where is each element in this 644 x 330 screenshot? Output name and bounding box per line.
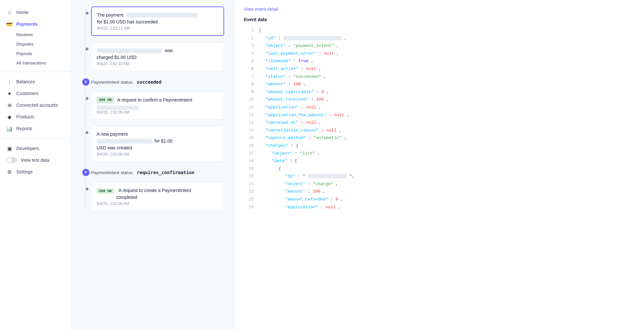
settings-icon: ⚙ (7, 169, 12, 175)
sidebar-item-disputes[interactable]: Disputes (0, 39, 71, 49)
event-title-1: The payment for $1.00 USD has succeeded (97, 12, 218, 25)
timeline-line (85, 10, 85, 208)
json-line-10: 10 "amount_received" : 100 , (244, 96, 634, 103)
redacted-url-1 (97, 106, 139, 110)
divider-1 (0, 72, 71, 72)
event-card-3[interactable]: 200 OK A request to confirm a PaymentInt… (91, 92, 224, 119)
payments-icon: 💳 (7, 21, 12, 27)
event-title-2: was charged $1.00 USD (97, 47, 219, 61)
timeline-entry-1: The payment for $1.00 USD has succeeded … (91, 7, 224, 36)
timeline-dot-4 (85, 131, 89, 135)
divider-2 (0, 138, 71, 139)
sidebar-reports-label: Reports (16, 126, 32, 131)
redacted-block-3 (97, 139, 152, 144)
sidebar-item-all-transactions[interactable]: All transactions (0, 58, 71, 68)
reports-icon: 📊 (7, 126, 12, 131)
json-line-1: 1 { (244, 27, 634, 34)
sidebar-item-reports[interactable]: 📊 Reports (0, 123, 71, 134)
json-line-24: 24 "application" : null , (244, 203, 634, 211)
home-icon: ⌂ (7, 9, 12, 15)
sidebar-item-balances[interactable]: ↓ Balances (0, 76, 71, 88)
json-line-18: 18 "data" : [ (244, 157, 634, 165)
json-line-20: 20 "id" : " ", (244, 172, 634, 180)
json-line-2: 2 "id" : , (244, 34, 634, 42)
event-card-4[interactable]: A new payment for $1.00 USD was created … (91, 126, 224, 161)
connected-accounts-icon: ⊕ (7, 102, 12, 108)
json-line-12: 12 "application_fee_amount" : null , (244, 111, 634, 119)
sidebar-view-test-label: View test data (21, 158, 49, 163)
event-time-2: 9/4/20, 2:52:10 AM (97, 62, 219, 66)
event-time-4: 9/4/20, 2:52:06 AM (97, 152, 219, 157)
json-line-19: 19 { (244, 165, 634, 173)
sidebar-item-home[interactable]: ⌂ Home (0, 7, 71, 18)
customers-icon: ● (7, 90, 12, 96)
redacted-id-2 (308, 174, 347, 178)
status-icon-2: P (82, 169, 89, 176)
json-line-5: 5 "livemode" : true , (244, 57, 634, 65)
json-viewer: 1 { 2 "id" : , 3 "object" : "payment_int… (244, 27, 634, 211)
sidebar-item-products[interactable]: ◆ Products (0, 111, 71, 123)
sidebar-item-customers[interactable]: ● Customers (0, 88, 71, 99)
sidebar-payments-label: Payments (16, 21, 38, 27)
products-icon: ◆ (7, 114, 12, 120)
event-data-title: Event data (244, 17, 634, 22)
event-card-5[interactable]: 200 OK A request to create a PaymentInte… (91, 182, 224, 211)
json-line-4: 4 "last_payment_error" : null , (244, 50, 634, 58)
sidebar-settings-label: Settings (16, 169, 33, 174)
status-icon-1: P (82, 78, 89, 86)
event-time-3: 9/4/20, 2:52:06 AM (97, 110, 219, 115)
sidebar-customers-label: Customers (16, 91, 38, 96)
sidebar-item-connected-accounts[interactable]: ⊕ Connected accounts (0, 99, 71, 111)
json-line-3: 3 "object" : "payment_intent" , (244, 42, 634, 50)
sidebar-item-payments[interactable]: 💳 Payments (0, 18, 71, 30)
badge-200-1: 200 OK (97, 97, 114, 103)
sidebar-balances-label: Balances (16, 79, 35, 84)
timeline-entry-3: 200 OK A request to confirm a PaymentInt… (91, 92, 224, 119)
developers-icon: ▣ (7, 145, 12, 151)
json-line-14: 14 "cancellation_reason" : null , (244, 127, 634, 134)
event-panel: View event detail Event data 1 { 2 "id" … (234, 0, 644, 330)
status-label-2: P PaymentIntent status: requires_confirm… (91, 168, 224, 177)
badge-200-2: 200 OK (97, 188, 114, 194)
test-data-toggle[interactable] (7, 157, 17, 163)
json-line-22: 22 "amount" : 100 , (244, 188, 634, 196)
event-time-1: 9/4/20, 2:52:11 AM (97, 26, 218, 31)
sidebar-home-label: Home (16, 10, 28, 15)
timeline-entry-5: 200 OK A request to create a PaymentInte… (91, 182, 224, 211)
json-line-8: 8 "amount" : 100 , (244, 80, 634, 88)
json-line-13: 13 "canceled_at" : null , (244, 119, 634, 127)
sidebar-item-settings[interactable]: ⚙ Settings (0, 166, 71, 178)
json-line-17: 17 "object" : "list" , (244, 150, 634, 158)
timeline-entry-4: A new payment for $1.00 USD was created … (91, 126, 224, 161)
status-value-2: requires_confirmation (137, 170, 195, 175)
redacted-id-1 (283, 36, 342, 40)
sidebar-products-label: Products (16, 114, 34, 119)
event-card-1[interactable]: The payment for $1.00 USD has succeeded … (91, 7, 224, 36)
view-event-detail-link[interactable]: View event detail (244, 7, 278, 12)
sidebar-developers-label: Developers (16, 146, 39, 151)
json-line-9: 9 "amount_capturable" : 0 , (244, 88, 634, 96)
timeline-dot-3 (85, 96, 89, 101)
event-title-5: 200 OK A request to create a PaymentInte… (97, 187, 219, 201)
timeline-dot-1 (85, 11, 89, 15)
json-line-23: 23 "amount_refunded" : 0 , (244, 196, 634, 203)
sidebar-connected-label: Connected accounts (16, 103, 58, 108)
json-line-21: 21 "object" : "charge" , (244, 180, 634, 188)
event-card-2[interactable]: was charged $1.00 USD 9/4/20, 2:52:10 AM (91, 42, 224, 71)
sidebar-item-payouts[interactable]: Payouts (0, 49, 71, 58)
status-text-2: PaymentIntent status: (91, 170, 134, 175)
json-line-11: 11 "application" : null , (244, 103, 634, 111)
status-text-1: PaymentIntent status: (91, 80, 134, 85)
status-label-1: P PaymentIntent status: succeeded (91, 77, 224, 87)
event-time-5: 9/4/20, 2:52:06 AM (97, 201, 219, 206)
sidebar-item-reviews[interactable]: Reviews (0, 30, 71, 39)
redacted-block-2 (97, 48, 162, 53)
event-title-4: A new payment for $1.00 USD was created (97, 131, 219, 151)
timeline-dot-2 (85, 47, 89, 51)
json-line-6: 6 "next_action" : null , (244, 65, 634, 73)
event-title-3: 200 OK A request to confirm a PaymentInt… (97, 97, 219, 103)
json-line-15: 15 "capture_method" : "automatic" , (244, 134, 634, 142)
sidebar-item-developers[interactable]: ▣ Developers (0, 143, 71, 154)
balances-icon: ↓ (7, 79, 12, 85)
sidebar-item-view-test-data[interactable]: View test data (0, 154, 71, 166)
